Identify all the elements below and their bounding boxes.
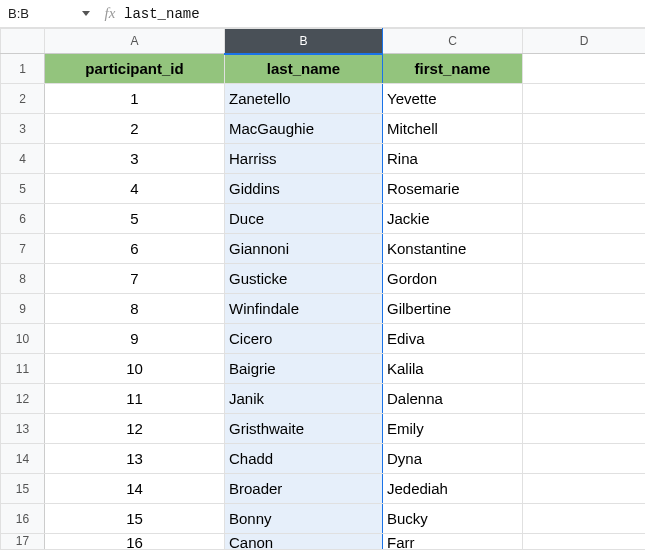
cell-participant-id[interactable]: 8 [45,294,225,324]
cell[interactable] [523,264,646,294]
cell-last-name[interactable]: Gusticke [225,264,383,294]
spreadsheet-grid[interactable]: A B C D 1 participant_id last_name first… [0,28,645,550]
cell-last-name[interactable]: Cicero [225,324,383,354]
cell[interactable] [523,444,646,474]
row-header[interactable]: 13 [1,414,45,444]
cell-participant-id[interactable]: 16 [45,534,225,550]
cell-first-name[interactable]: Dalenna [383,384,523,414]
cell-participant-id[interactable]: 4 [45,174,225,204]
cell-first-name[interactable]: Yevette [383,84,523,114]
cell[interactable] [523,204,646,234]
cell[interactable] [523,414,646,444]
cell-first-name[interactable]: Gordon [383,264,523,294]
cell-participant-id[interactable]: 9 [45,324,225,354]
cell-first-name[interactable]: Mitchell [383,114,523,144]
cell[interactable] [523,354,646,384]
row-header[interactable]: 1 [1,54,45,84]
cell[interactable] [523,534,646,550]
cell-last-name[interactable]: Gristhwaite [225,414,383,444]
row-header[interactable]: 14 [1,444,45,474]
cell-last-name[interactable]: Giddins [225,174,383,204]
cell-first-name[interactable]: Jedediah [383,474,523,504]
table-row: 109CiceroEdiva [1,324,646,354]
table-row: 1413ChaddDyna [1,444,646,474]
cell-participant-id[interactable]: 6 [45,234,225,264]
cell-last-name[interactable]: Broader [225,474,383,504]
row-header[interactable]: 6 [1,204,45,234]
cell-first-name[interactable]: Ediva [383,324,523,354]
cell-last-name[interactable]: MacGaughie [225,114,383,144]
table-row: 21ZanetelloYevette [1,84,646,114]
select-all-corner[interactable] [1,29,45,54]
row-header[interactable]: 3 [1,114,45,144]
cell-participant-id[interactable]: 15 [45,504,225,534]
cell-first-name[interactable]: Konstantine [383,234,523,264]
fx-icon: fx [96,5,124,22]
cell-participant-id[interactable]: 3 [45,144,225,174]
cell[interactable] [523,54,646,84]
cell-participant-id[interactable]: 12 [45,414,225,444]
row-header[interactable]: 7 [1,234,45,264]
cell[interactable] [523,84,646,114]
formula-input[interactable]: last_name [124,0,645,28]
row-header[interactable]: 12 [1,384,45,414]
cell-participant-id[interactable]: 7 [45,264,225,294]
column-header-b[interactable]: B [225,29,383,54]
cell-participant-id[interactable]: 11 [45,384,225,414]
row-header[interactable]: 9 [1,294,45,324]
cell[interactable] [523,234,646,264]
cell-last-name[interactable]: Baigrie [225,354,383,384]
cell[interactable] [523,474,646,504]
table-row: 1312GristhwaiteEmily [1,414,646,444]
row-header[interactable]: 8 [1,264,45,294]
cell-participant-id[interactable]: 14 [45,474,225,504]
column-header-c[interactable]: C [383,29,523,54]
cell-participant-id[interactable]: 5 [45,204,225,234]
row-header[interactable]: 2 [1,84,45,114]
cell-participant-id[interactable]: 2 [45,114,225,144]
cell-last-name[interactable]: Bonny [225,504,383,534]
row-header[interactable]: 5 [1,174,45,204]
row-header[interactable]: 15 [1,474,45,504]
row-header[interactable]: 16 [1,504,45,534]
cell[interactable] [523,504,646,534]
cell-participant-id[interactable]: 1 [45,84,225,114]
table-row: 1514BroaderJedediah [1,474,646,504]
header-cell-last-name[interactable]: last_name [225,54,383,84]
header-cell-first-name[interactable]: first_name [383,54,523,84]
row-header[interactable]: 17 [1,534,45,550]
cell-first-name[interactable]: Farr [383,534,523,550]
cell[interactable] [523,114,646,144]
cell-last-name[interactable]: Canon [225,534,383,550]
cell-first-name[interactable]: Bucky [383,504,523,534]
cell-last-name[interactable]: Janik [225,384,383,414]
cell[interactable] [523,324,646,354]
column-header-d[interactable]: D [523,29,646,54]
cell-participant-id[interactable]: 10 [45,354,225,384]
cell-first-name[interactable]: Rosemarie [383,174,523,204]
cell-first-name[interactable]: Dyna [383,444,523,474]
cell-last-name[interactable]: Giannoni [225,234,383,264]
column-header-a[interactable]: A [45,29,225,54]
cell-last-name[interactable]: Zanetello [225,84,383,114]
header-cell-participant-id[interactable]: participant_id [45,54,225,84]
cell-first-name[interactable]: Gilbertine [383,294,523,324]
cell-last-name[interactable]: Chadd [225,444,383,474]
row-header[interactable]: 10 [1,324,45,354]
cell-last-name[interactable]: Winfindale [225,294,383,324]
cell[interactable] [523,294,646,324]
cell-participant-id[interactable]: 13 [45,444,225,474]
cell-last-name[interactable]: Duce [225,204,383,234]
cell[interactable] [523,174,646,204]
cell[interactable] [523,384,646,414]
table-row: 1615BonnyBucky [1,504,646,534]
cell-first-name[interactable]: Kalila [383,354,523,384]
cell-first-name[interactable]: Rina [383,144,523,174]
cell-last-name[interactable]: Harriss [225,144,383,174]
cell-first-name[interactable]: Emily [383,414,523,444]
name-box[interactable]: B:B [0,0,96,28]
row-header[interactable]: 4 [1,144,45,174]
cell-first-name[interactable]: Jackie [383,204,523,234]
cell[interactable] [523,144,646,174]
row-header[interactable]: 11 [1,354,45,384]
